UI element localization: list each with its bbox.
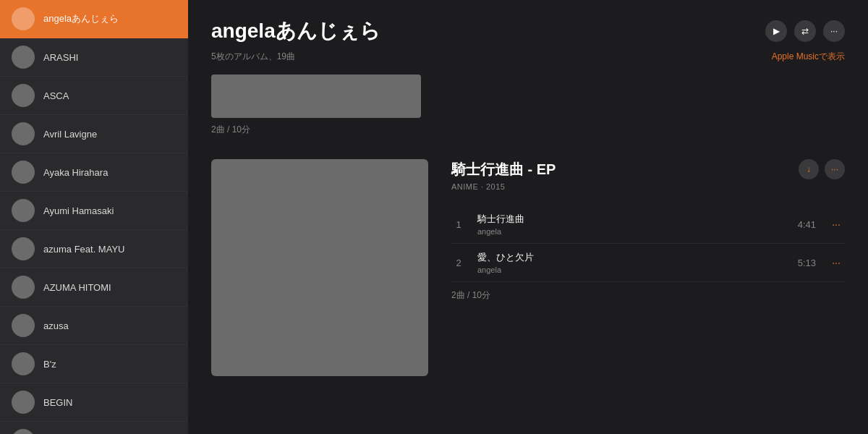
avatar — [12, 122, 35, 145]
track-duration: 5:13 — [798, 258, 816, 268]
track-number: 1 — [451, 219, 466, 230]
avatar — [12, 7, 35, 30]
download-icon: ↓ — [807, 164, 811, 174]
avatar — [12, 161, 35, 184]
shuffle-button[interactable]: ⇄ — [794, 20, 816, 42]
artist-title: angelaあんじぇら — [211, 17, 380, 45]
sidebar-item-boa[interactable]: BoA — [0, 422, 188, 434]
sidebar-item-asca[interactable]: ASCA — [0, 77, 188, 115]
sidebar-item-begin[interactable]: BEGIN — [0, 383, 188, 422]
sidebar-item-ayaka[interactable]: Ayaka Hirahara — [0, 153, 188, 192]
album-meta: ANIME · 2015 — [451, 182, 845, 191]
sidebar-artist-name: BEGIN — [43, 397, 72, 408]
sidebar-artist-name: ASCA — [43, 90, 69, 101]
more-button[interactable]: ··· — [823, 20, 845, 42]
avatar — [12, 84, 35, 107]
album-more-button[interactable]: ··· — [825, 159, 845, 179]
main-content: angelaあんじぇら ▶ ⇄ ··· 5枚のアルバム、19曲 Apple Mu… — [188, 0, 868, 434]
sidebar-artist-name: AZUMA HITOMI — [43, 282, 111, 293]
track-more-button[interactable]: ··· — [827, 216, 845, 233]
sidebar-artist-name: azusa — [43, 320, 69, 331]
sidebar-item-azusa[interactable]: azusa — [0, 307, 188, 345]
avatar — [12, 46, 35, 69]
sidebar-item-angela[interactable]: angelaあんじぇら — [0, 0, 188, 38]
avatar — [12, 429, 35, 434]
album-art — [211, 159, 428, 376]
sidebar-artist-name: azuma Feat. MAYU — [43, 244, 124, 255]
track-number: 2 — [451, 258, 466, 268]
track-details: 愛、ひと欠片 angela — [477, 251, 786, 274]
sidebar-artist-name: ARASHI — [43, 52, 78, 63]
track-list: 1 騎士行進曲 angela 4:41 ··· 2 愛、ひと欠片 angela … — [451, 205, 845, 282]
track-row[interactable]: 2 愛、ひと欠片 angela 5:13 ··· — [451, 244, 845, 282]
avatar — [12, 276, 35, 299]
avatar — [12, 237, 35, 260]
sidebar-artist-name: B'z — [43, 359, 56, 370]
more-icon: ··· — [831, 164, 838, 174]
sidebar-item-arashi[interactable]: ARASHI — [0, 38, 188, 77]
track-name: 愛、ひと欠片 — [477, 251, 786, 264]
album-title: 騎士行進曲 - EP — [451, 160, 556, 179]
first-album-track-count: 2曲 / 10分 — [211, 124, 845, 136]
sidebar-item-azuma_hitomi[interactable]: AZUMA HITOMI — [0, 268, 188, 307]
album-section: 騎士行進曲 - EP ↓ ··· ANIME · 2015 1 騎士行進曲 an… — [211, 159, 845, 376]
header-controls: ▶ ⇄ ··· — [765, 20, 845, 42]
sidebar-item-ayumi[interactable]: Ayumi Hamasaki — [0, 192, 188, 230]
album-download-button[interactable]: ↓ — [799, 159, 819, 179]
track-details: 騎士行進曲 angela — [477, 213, 786, 236]
track-artist: angela — [477, 265, 786, 274]
avatar — [12, 391, 35, 414]
sidebar-artist-name: Ayumi Hamasaki — [43, 205, 114, 216]
sidebar: angelaあんじぇらARASHIASCAAvril LavigneAyaka … — [0, 0, 188, 434]
avatar — [12, 314, 35, 337]
album-info: 騎士行進曲 - EP ↓ ··· ANIME · 2015 1 騎士行進曲 an… — [451, 159, 845, 376]
album-controls: ↓ ··· — [799, 159, 845, 179]
avatar — [12, 352, 35, 375]
sidebar-item-bz[interactable]: B'z — [0, 345, 188, 383]
play-button[interactable]: ▶ — [765, 20, 787, 42]
track-more-button[interactable]: ··· — [827, 254, 845, 271]
avatar — [12, 199, 35, 222]
apple-music-link[interactable]: Apple Musicで表示 — [772, 51, 845, 63]
track-row[interactable]: 1 騎士行進曲 angela 4:41 ··· — [451, 205, 845, 244]
sidebar-artist-name: Ayaka Hirahara — [43, 167, 108, 178]
sidebar-artist-name: Avril Lavigne — [43, 129, 97, 140]
sidebar-item-avril[interactable]: Avril Lavigne — [0, 115, 188, 153]
sidebar-artist-name: angelaあんじぇら — [43, 12, 119, 25]
artist-subtitle: 5枚のアルバム、19曲 — [211, 51, 295, 63]
track-duration: 4:41 — [798, 219, 816, 230]
sidebar-item-azuma_feat[interactable]: azuma Feat. MAYU — [0, 230, 188, 268]
track-name: 騎士行進曲 — [477, 213, 786, 226]
first-album-art — [211, 75, 421, 118]
track-artist: angela — [477, 227, 786, 236]
album-track-count: 2曲 / 10分 — [451, 290, 490, 300]
